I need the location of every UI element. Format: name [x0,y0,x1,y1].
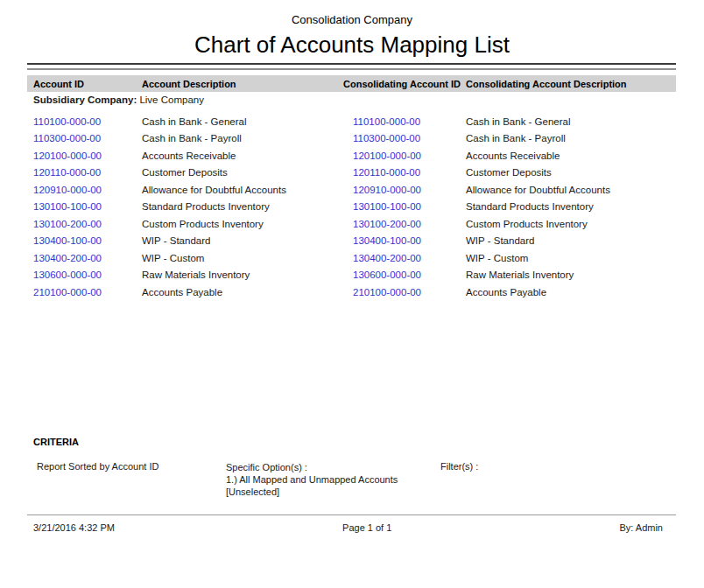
consolidating-account-description-cell: Accounts Payable [466,287,676,298]
table-rows: 110100-000-00 Cash in Bank - General 110… [27,113,676,301]
consolidating-account-description-cell: Standard Products Inventory [466,201,676,212]
account-id-link[interactable]: 130600-000-00 [27,270,142,280]
consolidating-account-id-link[interactable]: 120910-000-00 [343,185,466,195]
table-row: 110300-000-00 Cash in Bank - Payroll 110… [27,130,676,148]
footer-divider [27,514,676,515]
account-id-link[interactable]: 120910-000-00 [27,185,142,195]
consolidating-account-id-link[interactable]: 130600-000-00 [343,270,466,280]
table-row: 210100-000-00 Accounts Payable 210100-00… [27,284,676,301]
criteria-sorted-by: Report Sorted by Account ID [37,461,158,472]
account-id-link[interactable]: 110100-000-00 [27,116,142,127]
criteria-specific-options: Specific Option(s) : 1.) All Mapped and … [226,461,398,498]
consolidating-account-description-cell: Cash in Bank - Payroll [466,133,676,144]
account-description-cell: Cash in Bank - Payroll [142,133,343,144]
consolidating-account-description-cell: Custom Products Inventory [466,219,676,229]
consolidating-account-id-link[interactable]: 130100-200-00 [343,219,466,229]
table-row: 110100-000-00 Cash in Bank - General 110… [27,113,676,130]
specific-option-item: 1.) All Mapped and Unmapped Accounts [226,473,398,486]
consolidating-account-id-link[interactable]: 130400-100-00 [343,235,466,246]
account-id-link[interactable]: 210100-000-00 [27,287,142,298]
consolidating-account-description-cell: Cash in Bank - General [466,116,676,127]
consolidating-account-id-link[interactable]: 120110-000-00 [343,167,466,178]
table-row: 130100-200-00 Custom Products Inventory … [27,215,676,233]
table-row: 120910-000-00 Allowance for Doubtful Acc… [27,181,676,199]
subsidiary-company-row: Subsidiary Company: Live Company [33,94,204,105]
consolidating-account-id-link[interactable]: 120100-000-00 [343,150,466,161]
consolidating-account-description-cell: Allowance for Doubtful Accounts [466,185,676,195]
account-description-cell: Raw Materials Inventory [142,270,343,280]
consolidating-account-id-link[interactable]: 110300-000-00 [343,133,466,144]
footer-user: By: Admin [619,522,663,533]
criteria-filters-label: Filter(s) : [440,461,478,472]
consolidating-account-description-cell: Raw Materials Inventory [466,270,676,280]
consolidating-account-description-cell: Customer Deposits [466,167,676,178]
account-description-cell: Accounts Payable [142,287,343,298]
consolidating-account-description-cell: Accounts Receivable [466,150,676,161]
report-title: Chart of Accounts Mapping List [0,32,704,59]
criteria-heading: CRITERIA [33,437,79,447]
specific-options-label: Specific Option(s) : [226,461,398,473]
subsidiary-company-value: Live Company [139,94,204,105]
account-id-link[interactable]: 130400-100-00 [27,235,142,246]
column-header-consolidating-account-description: Consolidating Account Description [466,79,676,89]
account-id-link[interactable]: 130100-100-00 [27,201,142,212]
consolidating-account-description-cell: WIP - Standard [466,235,676,246]
column-header-consolidating-account-id: Consolidating Account ID [343,79,466,89]
account-description-cell: Allowance for Doubtful Accounts [142,185,343,195]
title-divider [27,63,676,70]
account-id-link[interactable]: 130400-200-00 [27,253,142,263]
account-description-cell: WIP - Standard [142,235,343,246]
footer-page-number: Page 1 of 1 [342,522,391,533]
table-row: 130100-100-00 Standard Products Inventor… [27,199,676,216]
account-id-link[interactable]: 110300-000-00 [27,133,142,144]
account-description-cell: Accounts Receivable [142,150,343,161]
subsidiary-company-label: Subsidiary Company: [33,94,137,105]
table-row: 130600-000-00 Raw Materials Inventory 13… [27,267,676,284]
account-description-cell: WIP - Custom [142,253,343,263]
account-description-cell: Standard Products Inventory [142,201,343,212]
footer: 3/21/2016 4:32 PM Page 1 of 1 By: Admin [33,522,663,533]
company-name: Consolidation Company [0,13,704,26]
table-row: 120100-000-00 Accounts Receivable 120100… [27,147,676,164]
divider-line-gray [27,68,676,70]
footer-datetime: 3/21/2016 4:32 PM [33,522,115,533]
account-id-link[interactable]: 120110-000-00 [27,167,142,178]
column-header-account-description: Account Description [142,79,343,89]
consolidating-account-id-link[interactable]: 130100-100-00 [343,201,466,212]
consolidating-account-id-link[interactable]: 130400-200-00 [343,253,466,263]
consolidating-account-id-link[interactable]: 210100-000-00 [343,287,466,298]
account-description-cell: Customer Deposits [142,167,343,178]
table-header-row: Account ID Account Description Consolida… [27,75,676,92]
account-description-cell: Custom Products Inventory [142,219,343,229]
consolidating-account-id-link[interactable]: 110100-000-00 [343,116,466,127]
account-id-link[interactable]: 130100-200-00 [27,219,142,229]
table-row: 130400-200-00 WIP - Custom 130400-200-00… [27,249,676,267]
specific-option-state: [Unselected] [226,486,398,498]
account-id-link[interactable]: 120100-000-00 [27,150,142,161]
column-header-account-id: Account ID [27,79,142,89]
table-row: 130400-100-00 WIP - Standard 130400-100-… [27,233,676,250]
table-row: 120110-000-00 Customer Deposits 120110-0… [27,164,676,182]
consolidating-account-description-cell: WIP - Custom [466,253,676,263]
account-description-cell: Cash in Bank - General [142,116,343,127]
